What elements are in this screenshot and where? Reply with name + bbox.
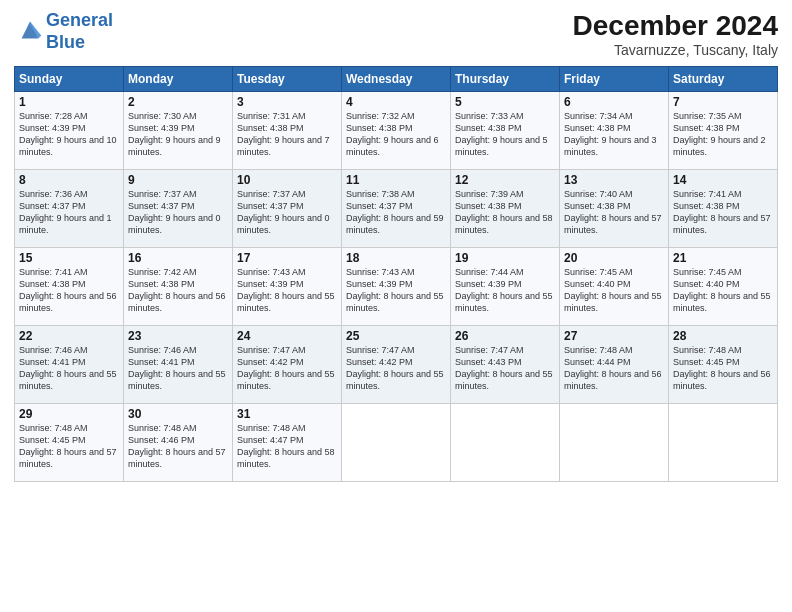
cell-info: Sunrise: 7:43 AMSunset: 4:39 PMDaylight:… bbox=[237, 266, 337, 315]
cell-info: Sunrise: 7:32 AMSunset: 4:38 PMDaylight:… bbox=[346, 110, 446, 159]
calendar-cell: 15Sunrise: 7:41 AMSunset: 4:38 PMDayligh… bbox=[15, 248, 124, 326]
day-number: 28 bbox=[673, 329, 773, 343]
cell-info: Sunrise: 7:34 AMSunset: 4:38 PMDaylight:… bbox=[564, 110, 664, 159]
day-number: 30 bbox=[128, 407, 228, 421]
day-number: 21 bbox=[673, 251, 773, 265]
day-number: 15 bbox=[19, 251, 119, 265]
calendar-cell: 21Sunrise: 7:45 AMSunset: 4:40 PMDayligh… bbox=[669, 248, 778, 326]
cell-info: Sunrise: 7:47 AMSunset: 4:42 PMDaylight:… bbox=[346, 344, 446, 393]
day-number: 24 bbox=[237, 329, 337, 343]
col-wednesday: Wednesday bbox=[342, 67, 451, 92]
calendar-cell: 14Sunrise: 7:41 AMSunset: 4:38 PMDayligh… bbox=[669, 170, 778, 248]
calendar-week-row: 15Sunrise: 7:41 AMSunset: 4:38 PMDayligh… bbox=[15, 248, 778, 326]
cell-info: Sunrise: 7:47 AMSunset: 4:43 PMDaylight:… bbox=[455, 344, 555, 393]
cell-info: Sunrise: 7:48 AMSunset: 4:47 PMDaylight:… bbox=[237, 422, 337, 471]
cell-info: Sunrise: 7:47 AMSunset: 4:42 PMDaylight:… bbox=[237, 344, 337, 393]
calendar-cell: 22Sunrise: 7:46 AMSunset: 4:41 PMDayligh… bbox=[15, 326, 124, 404]
col-tuesday: Tuesday bbox=[233, 67, 342, 92]
day-number: 9 bbox=[128, 173, 228, 187]
calendar-cell: 5Sunrise: 7:33 AMSunset: 4:38 PMDaylight… bbox=[451, 92, 560, 170]
cell-info: Sunrise: 7:46 AMSunset: 4:41 PMDaylight:… bbox=[19, 344, 119, 393]
cell-info: Sunrise: 7:48 AMSunset: 4:46 PMDaylight:… bbox=[128, 422, 228, 471]
calendar-week-row: 1Sunrise: 7:28 AMSunset: 4:39 PMDaylight… bbox=[15, 92, 778, 170]
calendar-cell: 31Sunrise: 7:48 AMSunset: 4:47 PMDayligh… bbox=[233, 404, 342, 482]
cell-info: Sunrise: 7:36 AMSunset: 4:37 PMDaylight:… bbox=[19, 188, 119, 237]
calendar-cell: 2Sunrise: 7:30 AMSunset: 4:39 PMDaylight… bbox=[124, 92, 233, 170]
calendar-cell: 13Sunrise: 7:40 AMSunset: 4:38 PMDayligh… bbox=[560, 170, 669, 248]
cell-info: Sunrise: 7:43 AMSunset: 4:39 PMDaylight:… bbox=[346, 266, 446, 315]
day-number: 1 bbox=[19, 95, 119, 109]
col-sunday: Sunday bbox=[15, 67, 124, 92]
day-number: 2 bbox=[128, 95, 228, 109]
title-block: December 2024 Tavarnuzze, Tuscany, Italy bbox=[573, 10, 778, 58]
calendar-cell: 11Sunrise: 7:38 AMSunset: 4:37 PMDayligh… bbox=[342, 170, 451, 248]
calendar-cell: 27Sunrise: 7:48 AMSunset: 4:44 PMDayligh… bbox=[560, 326, 669, 404]
logo-text: General Blue bbox=[46, 10, 113, 53]
cell-info: Sunrise: 7:28 AMSunset: 4:39 PMDaylight:… bbox=[19, 110, 119, 159]
col-saturday: Saturday bbox=[669, 67, 778, 92]
cell-info: Sunrise: 7:46 AMSunset: 4:41 PMDaylight:… bbox=[128, 344, 228, 393]
calendar-week-row: 29Sunrise: 7:48 AMSunset: 4:45 PMDayligh… bbox=[15, 404, 778, 482]
col-friday: Friday bbox=[560, 67, 669, 92]
cell-info: Sunrise: 7:38 AMSunset: 4:37 PMDaylight:… bbox=[346, 188, 446, 237]
calendar-cell: 25Sunrise: 7:47 AMSunset: 4:42 PMDayligh… bbox=[342, 326, 451, 404]
day-number: 23 bbox=[128, 329, 228, 343]
calendar-week-row: 22Sunrise: 7:46 AMSunset: 4:41 PMDayligh… bbox=[15, 326, 778, 404]
day-number: 8 bbox=[19, 173, 119, 187]
day-number: 22 bbox=[19, 329, 119, 343]
calendar-cell bbox=[669, 404, 778, 482]
day-number: 19 bbox=[455, 251, 555, 265]
calendar-cell: 8Sunrise: 7:36 AMSunset: 4:37 PMDaylight… bbox=[15, 170, 124, 248]
calendar-cell bbox=[451, 404, 560, 482]
cell-info: Sunrise: 7:48 AMSunset: 4:45 PMDaylight:… bbox=[19, 422, 119, 471]
day-number: 13 bbox=[564, 173, 664, 187]
calendar-cell: 16Sunrise: 7:42 AMSunset: 4:38 PMDayligh… bbox=[124, 248, 233, 326]
cell-info: Sunrise: 7:45 AMSunset: 4:40 PMDaylight:… bbox=[673, 266, 773, 315]
calendar-cell: 18Sunrise: 7:43 AMSunset: 4:39 PMDayligh… bbox=[342, 248, 451, 326]
day-number: 17 bbox=[237, 251, 337, 265]
cell-info: Sunrise: 7:37 AMSunset: 4:37 PMDaylight:… bbox=[128, 188, 228, 237]
page-container: General Blue December 2024 Tavarnuzze, T… bbox=[0, 0, 792, 612]
month-title: December 2024 bbox=[573, 10, 778, 42]
day-number: 4 bbox=[346, 95, 446, 109]
day-number: 27 bbox=[564, 329, 664, 343]
day-number: 6 bbox=[564, 95, 664, 109]
calendar-cell: 24Sunrise: 7:47 AMSunset: 4:42 PMDayligh… bbox=[233, 326, 342, 404]
calendar-week-row: 8Sunrise: 7:36 AMSunset: 4:37 PMDaylight… bbox=[15, 170, 778, 248]
cell-info: Sunrise: 7:30 AMSunset: 4:39 PMDaylight:… bbox=[128, 110, 228, 159]
calendar-cell: 12Sunrise: 7:39 AMSunset: 4:38 PMDayligh… bbox=[451, 170, 560, 248]
calendar-cell: 19Sunrise: 7:44 AMSunset: 4:39 PMDayligh… bbox=[451, 248, 560, 326]
day-number: 26 bbox=[455, 329, 555, 343]
day-number: 5 bbox=[455, 95, 555, 109]
day-number: 18 bbox=[346, 251, 446, 265]
cell-info: Sunrise: 7:33 AMSunset: 4:38 PMDaylight:… bbox=[455, 110, 555, 159]
cell-info: Sunrise: 7:44 AMSunset: 4:39 PMDaylight:… bbox=[455, 266, 555, 315]
calendar-cell: 23Sunrise: 7:46 AMSunset: 4:41 PMDayligh… bbox=[124, 326, 233, 404]
cell-info: Sunrise: 7:31 AMSunset: 4:38 PMDaylight:… bbox=[237, 110, 337, 159]
col-monday: Monday bbox=[124, 67, 233, 92]
cell-info: Sunrise: 7:41 AMSunset: 4:38 PMDaylight:… bbox=[19, 266, 119, 315]
calendar-table: Sunday Monday Tuesday Wednesday Thursday… bbox=[14, 66, 778, 482]
cell-info: Sunrise: 7:35 AMSunset: 4:38 PMDaylight:… bbox=[673, 110, 773, 159]
calendar-cell: 4Sunrise: 7:32 AMSunset: 4:38 PMDaylight… bbox=[342, 92, 451, 170]
day-number: 31 bbox=[237, 407, 337, 421]
logo-icon bbox=[16, 16, 44, 44]
calendar-cell: 1Sunrise: 7:28 AMSunset: 4:39 PMDaylight… bbox=[15, 92, 124, 170]
cell-info: Sunrise: 7:40 AMSunset: 4:38 PMDaylight:… bbox=[564, 188, 664, 237]
calendar-cell: 30Sunrise: 7:48 AMSunset: 4:46 PMDayligh… bbox=[124, 404, 233, 482]
day-number: 7 bbox=[673, 95, 773, 109]
cell-info: Sunrise: 7:48 AMSunset: 4:45 PMDaylight:… bbox=[673, 344, 773, 393]
cell-info: Sunrise: 7:41 AMSunset: 4:38 PMDaylight:… bbox=[673, 188, 773, 237]
calendar-header-row: Sunday Monday Tuesday Wednesday Thursday… bbox=[15, 67, 778, 92]
cell-info: Sunrise: 7:37 AMSunset: 4:37 PMDaylight:… bbox=[237, 188, 337, 237]
calendar-cell: 6Sunrise: 7:34 AMSunset: 4:38 PMDaylight… bbox=[560, 92, 669, 170]
calendar-cell bbox=[560, 404, 669, 482]
calendar-cell: 28Sunrise: 7:48 AMSunset: 4:45 PMDayligh… bbox=[669, 326, 778, 404]
day-number: 16 bbox=[128, 251, 228, 265]
cell-info: Sunrise: 7:48 AMSunset: 4:44 PMDaylight:… bbox=[564, 344, 664, 393]
location-title: Tavarnuzze, Tuscany, Italy bbox=[573, 42, 778, 58]
day-number: 14 bbox=[673, 173, 773, 187]
day-number: 25 bbox=[346, 329, 446, 343]
calendar-cell: 17Sunrise: 7:43 AMSunset: 4:39 PMDayligh… bbox=[233, 248, 342, 326]
calendar-cell: 10Sunrise: 7:37 AMSunset: 4:37 PMDayligh… bbox=[233, 170, 342, 248]
